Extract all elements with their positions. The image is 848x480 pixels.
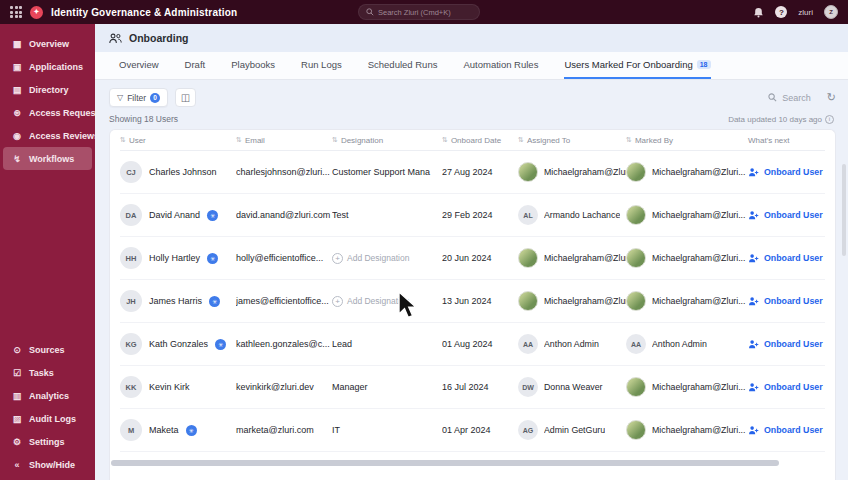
tab-scheduled-runs[interactable]: Scheduled Runs — [368, 52, 438, 79]
table-row: JHJames Harris✳james@efficientoffice...+… — [120, 280, 825, 323]
add-designation-button[interactable]: +Add Designation — [332, 253, 442, 264]
sort-icon[interactable]: ⇅ — [332, 136, 338, 144]
assigned-to-cell: ALArmando Lachance — [518, 205, 626, 225]
sidebar-item-applications[interactable]: ▣Applications — [3, 55, 92, 78]
sidebar-item-access-reviews[interactable]: ◉Access Reviews — [3, 124, 92, 147]
applications-icon: ▣ — [11, 62, 23, 72]
column-settings-button[interactable]: ◫ — [175, 88, 196, 107]
access-requests-icon: ⊛ — [11, 108, 23, 118]
onboard-user-label: Onboard User — [764, 253, 823, 263]
sort-icon[interactable]: ⇅ — [626, 136, 632, 144]
vertical-scrollbar[interactable] — [842, 164, 846, 256]
refresh-icon[interactable]: ↻ — [827, 91, 836, 104]
add-designation-button[interactable]: +Add Designation — [332, 296, 442, 307]
assigned-to-name: Michaelgraham@Zluri... — [544, 167, 626, 177]
sidebar-item-analytics[interactable]: ▥Analytics — [3, 384, 92, 407]
table-toolbar: ▽ Filter 0 ◫ Search ↻ — [109, 88, 836, 107]
table-row: CJCharles Johnsoncharlesjohnson@zluri...… — [120, 151, 825, 194]
global-search-input[interactable]: Search Zluri (Cmd+K) — [358, 4, 480, 20]
user-cell[interactable]: KKKevin Kirk — [120, 376, 236, 398]
horizontal-scrollbar[interactable] — [111, 460, 779, 466]
add-designation-label: Add Designation — [347, 296, 409, 306]
audit-logs-icon: ▨ — [11, 414, 23, 424]
onboard-user-link[interactable]: Onboard User — [748, 296, 825, 307]
onboard-user-label: Onboard User — [764, 210, 823, 220]
marked-source-icon: ✳ — [207, 253, 218, 264]
onboard-user-link[interactable]: Onboard User — [748, 339, 825, 350]
notifications-bell-icon[interactable] — [753, 7, 764, 18]
help-icon[interactable]: ? — [775, 6, 787, 18]
sidebar-item-label: Sources — [29, 345, 65, 355]
sort-icon[interactable]: ⇅ — [120, 136, 126, 144]
column-header-label: Assigned To — [527, 136, 570, 145]
column-header-what-s-next: What's next — [748, 136, 825, 145]
user-initials-avatar: AG — [518, 420, 538, 440]
person-add-icon — [748, 339, 759, 350]
onboard-user-link[interactable]: Onboard User — [748, 210, 825, 221]
user-cell[interactable]: KGKath Gonzales✳ — [120, 333, 236, 355]
column-header-designation[interactable]: ⇅Designation — [332, 136, 442, 145]
sidebar: ▦Overview▣Applications▤Directory⊛Access … — [0, 24, 95, 480]
user-cell[interactable]: HHHolly Hartley✳ — [120, 247, 236, 269]
account-name[interactable]: zluri — [798, 8, 813, 17]
tasks-icon: ☑ — [11, 368, 23, 378]
sidebar-item-access-requests[interactable]: ⊛Access Requests — [3, 101, 92, 124]
table-search-input[interactable]: Search — [768, 93, 811, 103]
tab-users-marked-for-onboarding[interactable]: Users Marked For Onboarding18 — [564, 52, 710, 79]
onboard-user-link[interactable]: Onboard User — [748, 382, 825, 393]
column-header-user[interactable]: ⇅User — [120, 136, 236, 145]
sidebar-item-show-hide[interactable]: «Show/Hide — [3, 453, 92, 476]
column-header-assigned-to[interactable]: ⇅Assigned To — [518, 136, 626, 145]
column-header-email[interactable]: ⇅Email — [236, 136, 332, 145]
users-table: ⇅User⇅Email⇅Designation⇅Onboard Date⇅Ass… — [109, 129, 836, 480]
tab-playbooks[interactable]: Playbooks — [231, 52, 275, 79]
user-cell[interactable]: CJCharles Johnson — [120, 161, 236, 183]
user-cell[interactable]: JHJames Harris✳ — [120, 290, 236, 312]
table-row: MMaketa✳marketa@zluri.comIT01 Apr 2024AG… — [120, 409, 825, 452]
marked-source-icon: ✳ — [209, 296, 220, 307]
onboard-user-link[interactable]: Onboard User — [748, 425, 825, 436]
user-cell[interactable]: MMaketa✳ — [120, 419, 236, 441]
user-photo-avatar — [626, 205, 646, 225]
sidebar-item-workflows[interactable]: ↯Workflows — [3, 147, 92, 170]
tab-label: Playbooks — [231, 59, 275, 70]
module-header: Onboarding — [95, 24, 848, 52]
user-cell[interactable]: DADavid Anand✳ — [120, 204, 236, 226]
sidebar-item-audit-logs[interactable]: ▨Audit Logs — [3, 407, 92, 430]
email-cell: holly@efficientoffice... — [236, 253, 332, 263]
email-cell: kevinkirk@zluri.dev — [236, 382, 332, 392]
assigned-to-cell: DWDonna Weaver — [518, 377, 626, 397]
user-photo-avatar — [626, 248, 646, 268]
onboard-user-link[interactable]: Onboard User — [748, 167, 825, 178]
access-reviews-icon: ◉ — [11, 131, 23, 141]
sidebar-item-directory[interactable]: ▤Directory — [3, 78, 92, 101]
designation-cell: Lead — [332, 339, 442, 349]
sort-icon[interactable]: ⇅ — [442, 136, 448, 144]
sidebar-item-label: Applications — [29, 62, 83, 72]
search-icon — [768, 93, 777, 102]
sidebar-item-sources[interactable]: ⊙Sources — [3, 338, 92, 361]
tab-label: Draft — [185, 59, 206, 70]
main-content: Onboarding OverviewDraftPlaybooksRun Log… — [95, 24, 848, 480]
sidebar-item-label: Settings — [29, 437, 65, 447]
assigned-to-name: Anthon Admin — [544, 339, 599, 349]
tab-run-logs[interactable]: Run Logs — [301, 52, 342, 79]
app-launcher-icon[interactable] — [10, 6, 22, 18]
user-initials-avatar: AL — [518, 205, 538, 225]
tab-overview[interactable]: Overview — [119, 52, 159, 79]
sort-icon[interactable]: ⇅ — [518, 136, 524, 144]
user-avatar[interactable]: Z — [824, 5, 838, 19]
person-add-icon — [748, 296, 759, 307]
sidebar-item-tasks[interactable]: ☑Tasks — [3, 361, 92, 384]
column-header-onboard-date[interactable]: ⇅Onboard Date — [442, 136, 518, 145]
filter-button[interactable]: ▽ Filter 0 — [109, 88, 168, 107]
tab-automation-rules[interactable]: Automation Rules — [463, 52, 538, 79]
sort-icon[interactable]: ⇅ — [236, 136, 242, 144]
sidebar-item-settings[interactable]: ⚙Settings — [3, 430, 92, 453]
column-header-marked-by[interactable]: ⇅Marked By — [626, 136, 748, 145]
tab-draft[interactable]: Draft — [185, 52, 206, 79]
table-row: KKKevin Kirkkevinkirk@zluri.devManager16… — [120, 366, 825, 409]
info-icon[interactable]: i — [825, 115, 834, 124]
onboard-user-link[interactable]: Onboard User — [748, 253, 825, 264]
sidebar-item-overview[interactable]: ▦Overview — [3, 32, 92, 55]
